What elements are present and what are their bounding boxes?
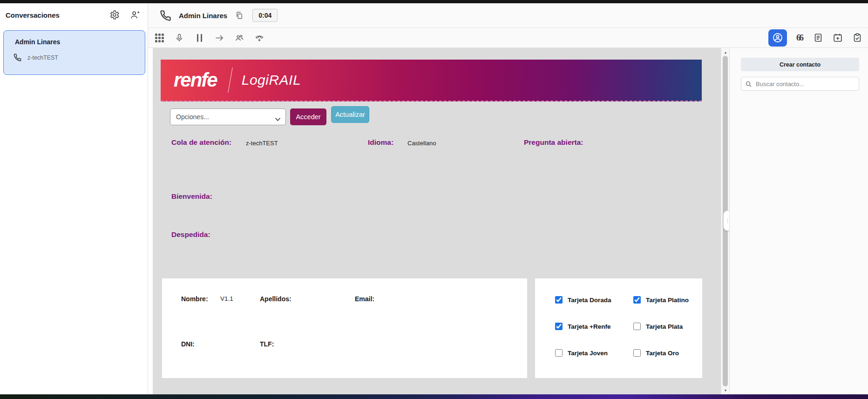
tarjeta-plata-label: Tarjeta Plata bbox=[646, 323, 683, 330]
microphone-icon[interactable] bbox=[175, 33, 184, 42]
conversation-name: Admin Linares bbox=[15, 38, 145, 46]
email-label: Email: bbox=[355, 295, 374, 303]
tarjeta-dorada-label: Tarjeta Dorada bbox=[568, 297, 611, 304]
conference-people-icon[interactable] bbox=[235, 33, 244, 42]
scroll-down-icon[interactable]: ▼ bbox=[721, 389, 730, 392]
tarjeta-platino-checkbox[interactable] bbox=[633, 296, 641, 304]
tarjeta-oro-item: Tarjeta Oro bbox=[633, 349, 679, 357]
main-left-gutter bbox=[148, 48, 153, 394]
copy-icon[interactable] bbox=[235, 11, 244, 20]
brand-separator bbox=[228, 68, 233, 93]
contact-tab-active[interactable] bbox=[768, 29, 787, 47]
sidebar-header: Conversaciones bbox=[0, 3, 148, 25]
window-top-strip bbox=[0, 0, 868, 3]
welcome-label: Bienvenida: bbox=[171, 192, 212, 201]
quotes-icon[interactable]: 66 bbox=[796, 33, 804, 43]
app-window: ❮ + Conversaciones bbox=[0, 0, 868, 399]
search-icon bbox=[745, 81, 752, 88]
add-person-icon[interactable] bbox=[130, 10, 140, 20]
hangup-phone-icon[interactable] bbox=[255, 33, 264, 42]
logirail-wordmark: LogiRAIL bbox=[242, 72, 301, 88]
tarjeta-oro-checkbox[interactable] bbox=[633, 349, 641, 357]
notes-document-icon[interactable] bbox=[813, 33, 823, 43]
conversations-sidebar: Conversaciones Admin Lina bbox=[0, 3, 148, 394]
actualizar-button[interactable]: Actualizar bbox=[331, 106, 369, 123]
tarjeta-oro-label: Tarjeta Oro bbox=[646, 350, 679, 357]
language-value: Castellano bbox=[407, 140, 436, 147]
calendar-add-icon[interactable] bbox=[833, 33, 843, 43]
tarjeta-renfe-item: Tarjeta +Renfe bbox=[555, 323, 610, 330]
language-label: Idioma: bbox=[368, 138, 393, 147]
farewell-label: Despedida: bbox=[171, 230, 210, 239]
caller-name: Admin Linares bbox=[179, 12, 227, 20]
tarjeta-renfe-checkbox[interactable] bbox=[555, 323, 563, 330]
tarjeta-platino-item: Tarjeta Platino bbox=[633, 296, 689, 304]
open-question-label: Pregunta abierta: bbox=[524, 138, 583, 147]
tarjeta-platino-label: Tarjeta Platino bbox=[646, 297, 689, 304]
sidebar-title: Conversaciones bbox=[6, 11, 60, 19]
acceder-button[interactable]: Acceder bbox=[290, 108, 326, 125]
tarjeta-dorada-checkbox[interactable] bbox=[555, 296, 563, 304]
conversation-item[interactable]: Admin Linares z-techTEST bbox=[3, 30, 145, 75]
tarjeta-plata-item: Tarjeta Plata bbox=[633, 323, 683, 330]
contact-form-panel: Nombre: V1.1 Apellidos: Email: DNI: TLF: bbox=[162, 278, 527, 378]
embedded-page: renfe LogiRAIL Opciones... Acceder Actua… bbox=[153, 48, 721, 394]
call-toolbar: 66 bbox=[148, 28, 868, 48]
tarjeta-plata-checkbox[interactable] bbox=[633, 323, 641, 330]
transfer-arrow-icon[interactable] bbox=[215, 33, 224, 42]
pause-icon[interactable] bbox=[195, 33, 204, 42]
conversation-queue: z-techTEST bbox=[27, 54, 58, 61]
window-bottom-strip bbox=[0, 394, 868, 399]
create-contact-button[interactable]: Crear contacto bbox=[741, 58, 859, 71]
tarjeta-joven-checkbox[interactable] bbox=[555, 349, 563, 357]
active-call-bar: Admin Linares 0:04 bbox=[148, 3, 868, 28]
dni-label: DNI: bbox=[181, 340, 195, 348]
call-phone-icon bbox=[159, 9, 172, 22]
tlf-label: TLF: bbox=[260, 340, 274, 348]
cards-panel: Tarjeta Dorada Tarjeta Platino Tarjeta +… bbox=[535, 278, 702, 378]
renfe-logo: renfe bbox=[174, 69, 217, 91]
scroll-up-icon[interactable]: ▲ bbox=[721, 51, 730, 54]
queue-value: z-techTEST bbox=[246, 140, 278, 147]
name-label: Nombre: bbox=[181, 295, 208, 303]
dialpad-icon[interactable] bbox=[155, 33, 164, 42]
contact-search-box bbox=[741, 77, 859, 91]
contact-panel: Crear contacto bbox=[729, 48, 868, 394]
options-select[interactable]: Opciones... bbox=[170, 108, 286, 125]
tarjeta-joven-item: Tarjeta Joven bbox=[555, 349, 608, 357]
brand-banner: renfe LogiRAIL bbox=[161, 60, 702, 101]
name-value: V1.1 bbox=[220, 295, 233, 302]
search-contact-input[interactable] bbox=[756, 81, 855, 88]
queue-label: Cola de atención: bbox=[171, 138, 231, 147]
phone-icon bbox=[13, 53, 22, 62]
surname-label: Apellidos: bbox=[260, 295, 292, 303]
person-circle-icon bbox=[772, 32, 783, 43]
tarjeta-joven-label: Tarjeta Joven bbox=[568, 350, 608, 357]
tarjeta-dorada-item: Tarjeta Dorada bbox=[555, 296, 611, 304]
settings-gear-icon[interactable] bbox=[109, 10, 120, 20]
call-timer: 0:04 bbox=[252, 9, 278, 22]
clipboard-check-icon[interactable] bbox=[852, 33, 862, 43]
tarjeta-renfe-label: Tarjeta +Renfe bbox=[568, 323, 610, 330]
